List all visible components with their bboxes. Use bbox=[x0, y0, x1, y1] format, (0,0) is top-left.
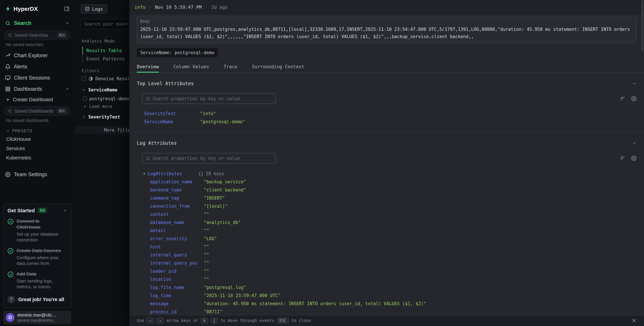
attribute-key[interactable]: context bbox=[150, 212, 204, 217]
load-more-button[interactable]: Load more bbox=[82, 104, 112, 109]
sidebar-item-chart-explorer[interactable]: Chart Explorer bbox=[4, 50, 71, 61]
preset-item[interactable]: Services bbox=[4, 144, 71, 153]
tab-surrounding-context[interactable]: Surrounding Context bbox=[252, 61, 304, 72]
gear-icon[interactable] bbox=[631, 156, 636, 161]
property-search-input[interactable] bbox=[152, 96, 272, 101]
facet-servicename-header[interactable]: ServiceName bbox=[82, 87, 117, 92]
more-filters-button[interactable]: More filte bbox=[75, 126, 130, 134]
attribute-value[interactable]: "" bbox=[204, 260, 209, 265]
attribute-key[interactable]: command_tag bbox=[150, 195, 204, 201]
sidebar-item-client-sessions[interactable]: Client Sessions bbox=[4, 72, 71, 84]
attribute-value[interactable]: "info" bbox=[200, 111, 216, 116]
attribute-key[interactable]: detail bbox=[150, 228, 204, 233]
chevron-up-icon[interactable] bbox=[632, 81, 636, 86]
get-started-item[interactable]: Create Data Sources Configure where your… bbox=[8, 248, 67, 266]
sidebar-item-alerts[interactable]: Alerts bbox=[4, 61, 71, 72]
chevron-up-icon[interactable] bbox=[65, 21, 70, 25]
saved-searches-input[interactable]: ⌘K bbox=[4, 31, 71, 40]
preset-item[interactable]: ClickHouse bbox=[4, 135, 71, 144]
attribute-key[interactable]: log_time bbox=[150, 293, 204, 298]
get-started-item[interactable]: Connect to ClickHouse Set up your databa… bbox=[8, 218, 67, 243]
property-search-input[interactable] bbox=[152, 156, 272, 161]
property-search-box[interactable] bbox=[142, 93, 276, 104]
attribute-value[interactable]: "analytics_db" bbox=[204, 220, 241, 225]
attribute-value[interactable]: "" bbox=[204, 252, 209, 257]
attribute-value[interactable]: "" bbox=[204, 228, 209, 233]
j-key: j bbox=[211, 318, 218, 323]
sidebar-item-team-settings[interactable]: Team Settings bbox=[4, 169, 71, 180]
facet-value-row[interactable]: postgresql-demo bbox=[82, 96, 129, 101]
attribute-value[interactable]: "88711" bbox=[204, 309, 222, 314]
mode-event-patterns[interactable]: Event Patterns bbox=[82, 55, 130, 63]
attribute-value[interactable]: "duration: 45.950 ms statement: INSERT I… bbox=[204, 301, 426, 306]
collapse-caret-icon[interactable]: ▾ bbox=[143, 171, 148, 176]
saved-dashboards-field[interactable] bbox=[14, 109, 54, 114]
event-search-input[interactable] bbox=[84, 22, 130, 27]
collapse-sidebar-icon[interactable] bbox=[64, 6, 70, 12]
attribute-key[interactable]: error_severity bbox=[150, 236, 204, 241]
attribute-value[interactable]: "" bbox=[204, 277, 209, 282]
saved-searches-field[interactable] bbox=[14, 33, 54, 38]
sidebar-item-dashboards[interactable]: Dashboards bbox=[4, 84, 71, 95]
attribute-key[interactable]: application_name bbox=[150, 179, 204, 184]
checkbox[interactable] bbox=[82, 97, 87, 101]
attribute-value[interactable]: "INSERT" bbox=[204, 195, 225, 201]
attribute-value[interactable]: "[local]" bbox=[204, 204, 228, 209]
attribute-key[interactable]: internal_query_pos bbox=[150, 260, 204, 265]
arrow-right-key: → bbox=[156, 318, 164, 323]
denoise-toggle[interactable]: Denoise Resul bbox=[82, 76, 130, 81]
attribute-key[interactable]: internal_query bbox=[150, 252, 204, 257]
gear-icon[interactable] bbox=[631, 96, 636, 101]
attribute-key[interactable]: leader_pid bbox=[150, 269, 204, 274]
attribute-value[interactable]: "" bbox=[204, 269, 209, 274]
attribute-value[interactable]: "" bbox=[204, 212, 209, 217]
chevron-up-icon[interactable] bbox=[65, 87, 70, 91]
attribute-value[interactable]: "2025-11-10 23:59:47.000 UTC" bbox=[204, 293, 280, 298]
attribute-key[interactable]: hint bbox=[150, 244, 204, 249]
tree-root-key[interactable]: LogAttributes bbox=[148, 171, 198, 176]
tree-root-meta: {} 28 keys bbox=[198, 171, 224, 176]
attribute-row: message "duration: 45.950 ms statement: … bbox=[137, 299, 636, 308]
property-search-box[interactable] bbox=[142, 153, 276, 164]
attribute-key[interactable]: ServiceName bbox=[144, 119, 200, 124]
facet-severitytext-header[interactable]: SeverityText bbox=[82, 114, 120, 120]
user-menu[interactable]: D dominic.tran@clic... dominic.tran@clic… bbox=[4, 311, 71, 324]
chevron-up-icon[interactable] bbox=[63, 208, 67, 213]
create-dashboard-button[interactable]: Create Dashboard bbox=[4, 95, 71, 105]
saved-dashboards-input[interactable]: ⌘K bbox=[4, 106, 71, 116]
attribute-key[interactable]: connection_from bbox=[150, 204, 204, 209]
attribute-key[interactable]: log.file.name bbox=[150, 285, 204, 290]
tab-overview[interactable]: Overview bbox=[137, 61, 159, 72]
attribute-key[interactable]: message bbox=[150, 301, 204, 306]
hyperdx-logo[interactable]: HyperDX bbox=[5, 6, 38, 12]
tab-trace[interactable]: Trace bbox=[224, 61, 237, 72]
attribute-value[interactable]: "LOG" bbox=[204, 236, 217, 241]
attribute-value[interactable]: "postgresql-demo" bbox=[200, 119, 245, 124]
presets-header[interactable]: PRESETS bbox=[4, 126, 71, 135]
sidebar-item-search[interactable]: Search bbox=[4, 18, 71, 29]
mode-results-table[interactable]: Results Table bbox=[82, 46, 130, 55]
list-view-icon[interactable] bbox=[620, 156, 626, 161]
preset-item[interactable]: Kubernetes bbox=[4, 153, 71, 162]
source-selector[interactable]: Logs bbox=[81, 5, 107, 14]
list-view-icon[interactable] bbox=[620, 96, 626, 101]
attribute-key[interactable]: backend_type bbox=[150, 187, 204, 192]
event-search-box[interactable] bbox=[81, 19, 130, 29]
attribute-key[interactable]: location bbox=[150, 277, 204, 282]
attribute-value[interactable]: "backup_service" bbox=[204, 179, 246, 184]
get-started-header[interactable]: Get Started 3/3 bbox=[8, 207, 67, 213]
attribute-value[interactable]: "postgresql.log" bbox=[204, 285, 246, 290]
attribute-key[interactable]: process_id bbox=[150, 309, 204, 314]
attribute-value[interactable]: "client backend" bbox=[204, 187, 246, 192]
attribute-value[interactable]: "" bbox=[204, 244, 209, 249]
checkbox[interactable] bbox=[82, 77, 86, 81]
chevron-up-icon[interactable] bbox=[632, 141, 636, 145]
attribute-key[interactable]: SeverityText bbox=[144, 111, 200, 116]
attribute-key[interactable]: database_name bbox=[150, 220, 204, 225]
scrollbar-thumb[interactable] bbox=[642, 0, 643, 51]
get-started-item[interactable]: Add Data Start sending logs, metrics, or… bbox=[8, 271, 67, 290]
tab-column-values[interactable]: Column Values bbox=[173, 61, 209, 72]
close-icon[interactable] bbox=[632, 318, 636, 323]
service-name-tag[interactable]: ServiceName: postgresql-demo bbox=[137, 48, 218, 57]
help-icon[interactable]: ? bbox=[8, 295, 15, 303]
